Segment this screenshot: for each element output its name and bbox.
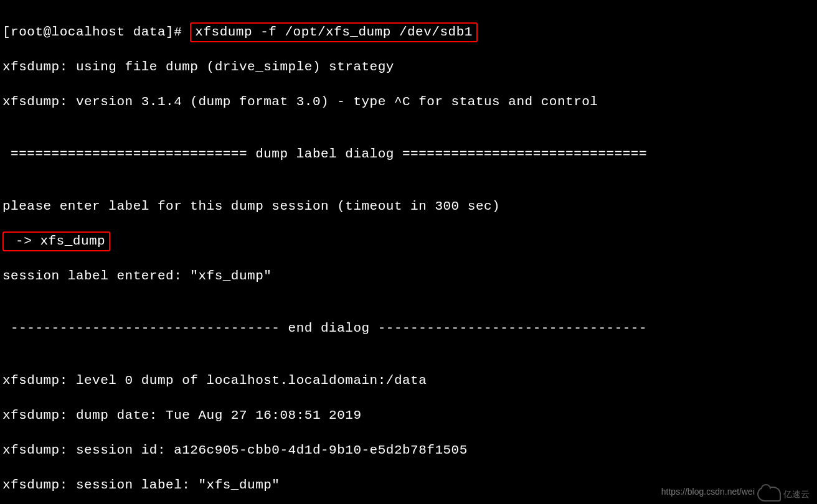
command-highlight: xfsdump -f /opt/xfs_dump /dev/sdb1 [190, 22, 477, 42]
output-line: session label entered: "xfs_dump" [2, 268, 815, 285]
output-line: please enter label for this dump session… [2, 198, 815, 215]
output-line: xfsdump: level 0 dump of localhost.local… [2, 372, 815, 390]
output-line: --------------------------------- end di… [2, 320, 815, 337]
cloud-icon [757, 487, 781, 502]
brand-text: 亿速云 [783, 485, 810, 503]
brand-logo: 亿速云 [757, 485, 810, 503]
shell-prompt: [root@localhost data]# [2, 25, 190, 39]
output-line: xfsdump: using file dump (drive_simple) … [2, 58, 815, 76]
command-line: [root@localhost data]# xfsdump -f /opt/x… [2, 24, 815, 41]
output-line: ============================= dump label… [2, 146, 815, 163]
output-line: xfsdump: version 3.1.4 (dump format 3.0)… [2, 93, 815, 111]
output-line: xfsdump: dump date: Tue Aug 27 16:08:51 … [2, 407, 815, 424]
output-line: xfsdump: session id: a126c905-cbb0-4d1d-… [2, 442, 815, 459]
terminal-output[interactable]: [root@localhost data]# xfsdump -f /opt/x… [0, 0, 817, 504]
watermark-text: https://blog.csdn.net/wei [661, 483, 755, 500]
session-label-input: -> xfs_dump [2, 231, 110, 251]
input-line: -> xfs_dump [2, 233, 815, 250]
